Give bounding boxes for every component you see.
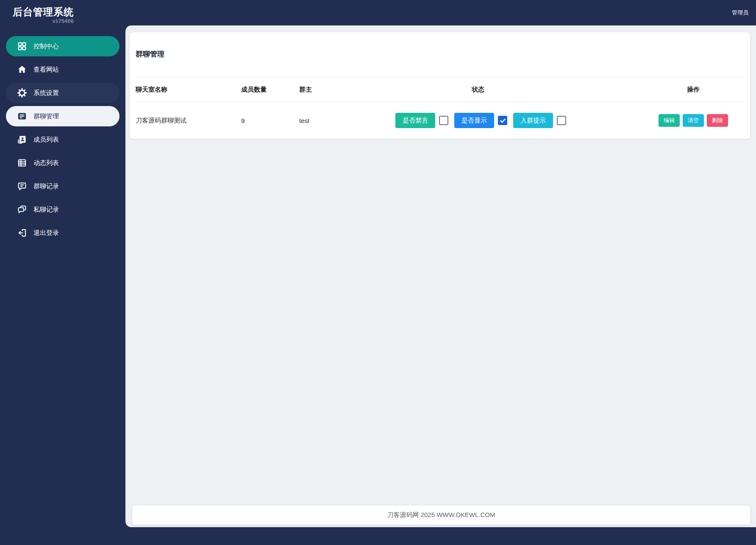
user-menu[interactable]: 管理员 [732, 0, 748, 25]
sidebar-item-system-settings[interactable]: 系统设置 [6, 83, 120, 103]
delete-button[interactable]: 删除 [707, 114, 728, 127]
sidebar-item-label: 控制中心 [33, 42, 59, 50]
mute-toggle-button[interactable]: 是否禁言 [395, 113, 435, 128]
contact-card-icon [17, 134, 27, 145]
column-header-member-count: 成员数量 [241, 86, 299, 94]
sidebar-item-control-center[interactable]: 控制中心 [6, 36, 120, 56]
sidebar-item-activity-list[interactable]: 动态列表 [6, 153, 120, 173]
visible-toggle-button[interactable]: 是否显示 [454, 113, 494, 128]
sidebar-item-view-site[interactable]: 查看网站 [6, 59, 120, 80]
sidebar-item-member-list[interactable]: 成员列表 [6, 129, 120, 150]
clear-button[interactable]: 清空 [683, 114, 704, 127]
sidebar-item-label: 群聊记录 [33, 182, 59, 190]
cell-owner: test [299, 117, 395, 124]
sidebar-item-label: 成员列表 [33, 136, 59, 144]
logout-icon [17, 228, 27, 238]
column-header-status: 状态 [395, 86, 561, 94]
column-header-owner: 群主 [299, 86, 395, 94]
sidebar-item-label: 系统设置 [33, 89, 59, 97]
cell-member-count: 9 [241, 117, 299, 124]
join-tip-checkbox[interactable] [557, 116, 566, 125]
home-icon [17, 64, 27, 75]
chat-lines-icon [17, 111, 27, 121]
footer-bar: 刀客源码网 2025 WWW.DKEWL.COM [132, 506, 750, 525]
table-list-icon [17, 158, 27, 168]
sidebar: 控制中心 查看网站 [0, 25, 125, 545]
sidebar-item-logout[interactable]: 退出登录 [6, 223, 120, 243]
gear-icon [17, 88, 27, 98]
app-version: v175406 [13, 18, 74, 24]
join-tip-button[interactable]: 入群提示 [513, 113, 553, 128]
visible-checkbox[interactable] [498, 116, 507, 125]
grid-icon [17, 41, 27, 51]
mute-checkbox[interactable] [439, 116, 448, 125]
table-row: 刀客源码群聊测试 9 test 是否禁言 是否显示 入群提示 编辑 清空 删 [136, 102, 744, 139]
group-chat-card: 群聊管理 聊天室名称 成员数量 群主 状态 操作 刀客源码群聊测试 9 test… [130, 32, 750, 139]
page-title: 群聊管理 [136, 49, 744, 59]
chat-record-icon [17, 181, 27, 191]
column-header-actions: 操作 [642, 86, 744, 94]
cell-room-name: 刀客源码群聊测试 [136, 117, 241, 125]
footer-text: 刀客源码网 2025 WWW.DKEWL.COM [387, 511, 495, 519]
card-header: 群聊管理 [136, 32, 744, 77]
topbar: 后台管理系统 v175406 管理员 [0, 0, 756, 25]
sidebar-item-group-chat-records[interactable]: 群聊记录 [6, 176, 120, 196]
sidebar-item-label: 查看网站 [33, 66, 59, 74]
table-header-row: 聊天室名称 成员数量 群主 状态 操作 [136, 77, 744, 102]
check-icon [500, 117, 506, 124]
content-panel: 群聊管理 聊天室名称 成员数量 群主 状态 操作 刀客源码群聊测试 9 test… [125, 25, 756, 527]
sidebar-item-group-chat-management[interactable]: 群聊管理 [6, 106, 120, 126]
app-title: 后台管理系统 [13, 6, 74, 19]
app-logo: 后台管理系统 v175406 [13, 6, 74, 24]
edit-button[interactable]: 编辑 [659, 114, 680, 127]
cell-actions: 编辑 清空 删除 [642, 114, 744, 127]
column-header-room-name: 聊天室名称 [136, 86, 241, 94]
sidebar-item-label: 动态列表 [33, 159, 59, 167]
sidebar-item-private-chat-records[interactable]: 私聊记录 [6, 199, 120, 220]
sidebar-item-label: 私聊记录 [33, 206, 59, 214]
private-chat-icon [17, 204, 27, 215]
sidebar-item-label: 群聊管理 [33, 112, 59, 120]
cell-status: 是否禁言 是否显示 入群提示 [395, 113, 561, 128]
sidebar-item-label: 退出登录 [33, 229, 59, 237]
